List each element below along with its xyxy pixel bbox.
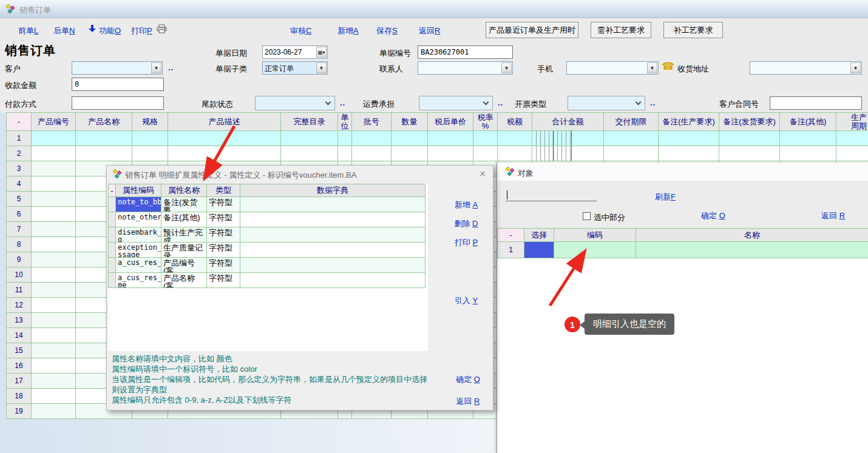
attr-row-selector[interactable] (108, 227, 116, 243)
grid-cell[interactable] (392, 131, 428, 146)
grid-row-number[interactable]: 8 (6, 237, 32, 252)
grid-cell[interactable] (32, 161, 76, 176)
dropdown-arrow-icon[interactable]: ▼ (151, 62, 161, 73)
dropdown-arrow-icon[interactable]: ▼ (647, 62, 657, 73)
grid-cell[interactable] (32, 283, 76, 298)
customer-browse-link[interactable]: .. (168, 63, 174, 72)
panel-return-link[interactable]: 返回 R (821, 210, 845, 221)
attr-dict-cell[interactable] (240, 197, 426, 212)
grid-cell[interactable] (32, 389, 76, 404)
grid-cell[interactable] (473, 131, 498, 146)
grid-cell[interactable] (532, 131, 604, 146)
dialog-return-link[interactable]: 返回 R (449, 396, 487, 407)
refresh-link[interactable]: 刷新F (655, 192, 676, 203)
dialog-delete-link[interactable]: 删除 D (447, 218, 486, 229)
grid-cell[interactable] (428, 146, 473, 161)
grid-cell[interactable] (132, 146, 168, 161)
grid-cell[interactable] (32, 176, 76, 192)
attr-row-selector[interactable] (108, 273, 116, 288)
balance-status-combo[interactable] (255, 96, 335, 110)
print-link[interactable]: 打印P (131, 25, 152, 36)
attr-type-cell[interactable]: 字符型 (207, 273, 240, 288)
grid-row-number[interactable]: 5 (6, 192, 32, 207)
grid-cell[interactable] (719, 131, 780, 146)
attr-dict-cell[interactable] (240, 227, 426, 243)
received-amount-input[interactable] (72, 78, 164, 91)
grid-cell[interactable] (352, 131, 392, 146)
object-row-number[interactable]: 1 (497, 242, 524, 258)
grid-cell[interactable] (32, 358, 76, 374)
grid-cell[interactable] (659, 131, 719, 146)
freight-bearer-browse-link[interactable]: .. (498, 98, 503, 107)
select-part-checkbox[interactable] (583, 212, 591, 220)
grid-row-number[interactable]: 2 (6, 146, 32, 161)
dialog-import-link[interactable]: 引入 Y (447, 295, 486, 306)
function-link[interactable]: 功能O (99, 25, 121, 36)
grid-row-number[interactable]: 3 (6, 161, 32, 176)
grid-cell[interactable] (32, 374, 76, 389)
grid-cell[interactable] (32, 404, 76, 419)
invoice-type-combo[interactable] (568, 96, 645, 110)
craft-req-button[interactable]: 补工艺要求 (663, 22, 723, 38)
attr-type-cell[interactable]: 字符型 (207, 258, 240, 273)
grid-cell[interactable] (659, 146, 719, 161)
grid-row-number[interactable]: 19 (6, 404, 32, 419)
grid-cell[interactable] (473, 146, 498, 161)
dropdown-arrow-icon[interactable]: ▼ (501, 62, 512, 73)
grid-row-number[interactable]: 7 (6, 222, 32, 237)
grid-row-number[interactable]: 6 (6, 207, 32, 222)
contract-no-input[interactable] (770, 96, 862, 110)
next-bill-link[interactable]: 后单N (53, 25, 75, 36)
grid-cell[interactable] (780, 146, 836, 161)
attr-type-cell[interactable]: 字符型 (207, 243, 240, 258)
freight-bearer-combo[interactable] (419, 96, 493, 110)
grid-cell[interactable] (498, 146, 532, 161)
printer-icon[interactable] (157, 24, 167, 35)
attr-dict-cell[interactable] (240, 243, 426, 258)
dialog-confirm-link[interactable]: 确定 O (449, 374, 487, 385)
grid-cell[interactable] (32, 267, 76, 283)
grid-cell[interactable] (836, 131, 868, 146)
dropdown-arrow-icon[interactable]: ▼ (316, 62, 327, 73)
return-link[interactable]: 返回R (419, 25, 440, 36)
grid-row-number[interactable]: 12 (6, 298, 32, 313)
grid-row-number[interactable]: 13 (6, 313, 32, 328)
bill-no-input[interactable] (418, 45, 513, 59)
object-select-cell[interactable] (524, 242, 554, 258)
grid-cell[interactable] (281, 131, 338, 146)
grid-cell[interactable] (32, 298, 76, 313)
audit-link[interactable]: 审核C (290, 25, 311, 36)
grid-cell[interactable] (392, 146, 428, 161)
attr-type-cell[interactable]: 字符型 (207, 197, 240, 212)
grid-cell[interactable] (498, 131, 532, 146)
attr-code-cell[interactable]: exception_message (116, 243, 161, 258)
grid-row-number[interactable]: 17 (6, 374, 32, 389)
prev-bill-link[interactable]: 前单L (18, 25, 38, 36)
grid-row-number[interactable]: 10 (6, 267, 32, 283)
attr-code-cell[interactable]: a_cus_res_name (116, 273, 161, 288)
dialog-print-link[interactable]: 打印 P (447, 237, 486, 248)
dialog-add-link[interactable]: 新增 A (447, 200, 486, 210)
grid-cell[interactable] (32, 146, 76, 161)
attr-name-cell[interactable]: 产品名称(客) (161, 273, 207, 288)
grid-row-number[interactable]: 4 (6, 176, 32, 192)
attr-dict-cell[interactable] (240, 273, 426, 288)
grid-cell[interactable] (338, 131, 352, 146)
grid-cell[interactable] (32, 192, 76, 207)
grid-cell[interactable] (32, 207, 76, 222)
attr-code-cell[interactable]: note_to_bb (116, 197, 161, 212)
grid-cell[interactable] (32, 252, 76, 267)
grid-cell[interactable] (32, 313, 76, 328)
attr-name-cell[interactable]: 产品编号(客) (161, 258, 207, 273)
grid-row-number[interactable]: 9 (6, 252, 32, 267)
grid-cell[interactable] (428, 131, 473, 146)
object-name-cell[interactable] (636, 242, 868, 258)
add-link[interactable]: 新增A (337, 25, 359, 36)
need-craft-req-button[interactable]: 需补工艺要求 (591, 22, 651, 38)
grid-row-number[interactable]: 18 (6, 389, 32, 404)
grid-cell[interactable] (168, 131, 281, 146)
grid-cell[interactable] (780, 131, 836, 146)
grid-cell[interactable] (338, 146, 352, 161)
attr-name-cell[interactable]: 生产质量记录 (161, 243, 207, 258)
attr-row-selector[interactable] (108, 258, 116, 273)
